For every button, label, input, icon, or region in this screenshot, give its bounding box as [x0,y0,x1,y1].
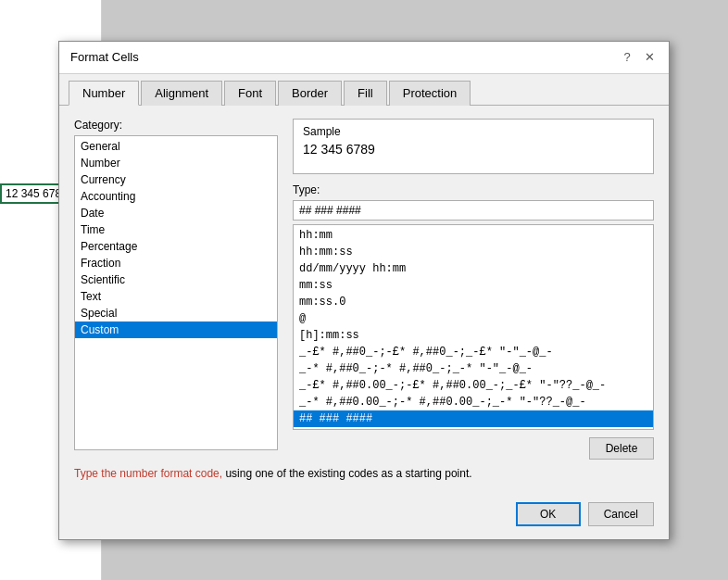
format-list-container: hh:mm hh:mm:ss dd/mm/yyyy hh:mm mm:ss mm… [293,224,654,430]
right-bottom: Delete [293,437,654,460]
tab-fill[interactable]: Fill [344,81,387,106]
format-item-pound-hh0-2[interactable]: _-* #,##0_-;-* #,##0_-;_-* "-"_-@_- [294,360,653,377]
category-list[interactable]: General Number Currency Accounting Date … [75,136,277,449]
tab-bar: Number Alignment Font Border Fill Protec… [59,74,669,106]
category-item-special[interactable]: Special [75,305,277,322]
cancel-button[interactable]: Cancel [588,502,654,526]
dialog-content: Category: General Number Currency Accoun… [59,106,669,493]
category-item-custom[interactable]: Custom [75,322,277,338]
type-label: Type: [293,183,654,196]
right-panel: Sample 12 345 6789 Type: hh:mm hh:mm:ss … [293,119,654,460]
category-item-accounting[interactable]: Accounting [75,188,277,205]
format-item-ddmmyyyyhhmm[interactable]: dd/mm/yyyy hh:mm [294,260,653,277]
tab-alignment[interactable]: Alignment [141,81,222,106]
content-row: Category: General Number Currency Accoun… [74,119,654,460]
ok-button[interactable]: OK [516,502,581,526]
format-item-pound-hh0-3[interactable]: _-£* #,##0.00_-;-£* #,##0.00_-;_-£* "-"?… [294,377,653,394]
left-panel: Category: General Number Currency Accoun… [74,119,278,460]
format-item-hhmm[interactable]: hh:mm [294,227,653,244]
dialog-titlebar: Format Cells ? ✕ [59,42,669,74]
category-item-percentage[interactable]: Percentage [75,238,277,255]
dialog-footer: OK Cancel [59,493,669,539]
hint-text: Type the number format code, using one o… [74,467,654,480]
sample-box: Sample 12 345 6789 [293,119,654,174]
category-item-general[interactable]: General [75,138,277,155]
format-item-pound-hh0-1[interactable]: _-£* #,##0_-;-£* #,##0_-;_-£* "-"_-@_- [294,344,653,360]
sample-value: 12 345 6789 [303,142,644,157]
dialog-title: Format Cells [70,50,139,64]
category-item-date[interactable]: Date [75,205,277,221]
category-label: Category: [74,119,278,132]
format-item-pound-hh0-4[interactable]: _-* #,##0.00_-;-* #,##0.00_-;_-* "-"??_-… [294,394,653,410]
hint-colored: Type the number format code, [74,467,222,480]
format-item-hhmmss[interactable]: hh:mm:ss [294,244,653,260]
sample-label: Sample [303,125,644,138]
category-item-time[interactable]: Time [75,221,277,238]
tab-border[interactable]: Border [278,81,342,106]
category-item-text[interactable]: Text [75,288,277,305]
type-input[interactable] [293,200,654,221]
tab-font[interactable]: Font [224,81,276,106]
format-item-at[interactable]: @ [294,310,653,327]
format-item-mmss[interactable]: mm:ss [294,277,653,294]
tab-number[interactable]: Number [69,81,139,106]
format-item-custom-selected[interactable]: ## ### #### [294,410,653,427]
format-cells-dialog: Format Cells ? ✕ Number Alignment Font B… [58,41,670,540]
close-button[interactable]: ✕ [641,49,658,66]
category-item-scientific[interactable]: Scientific [75,271,277,288]
format-item-mmss0[interactable]: mm:ss.0 [294,294,653,310]
dialog-controls: ? ✕ [619,49,658,66]
type-section: Type: hh:mm hh:mm:ss dd/mm/yyyy hh:mm mm… [293,183,654,460]
category-item-currency[interactable]: Currency [75,171,277,188]
tab-protection[interactable]: Protection [389,81,471,106]
format-list[interactable]: hh:mm hh:mm:ss dd/mm/yyyy hh:mm mm:ss mm… [294,225,653,429]
category-item-fraction[interactable]: Fraction [75,255,277,271]
category-list-container: General Number Currency Accounting Date … [74,135,278,450]
format-item-hmmss[interactable]: [h]:mm:ss [294,327,653,344]
help-button[interactable]: ? [619,49,635,66]
category-item-number[interactable]: Number [75,155,277,171]
delete-button[interactable]: Delete [589,437,654,460]
hint-normal: using one of the existing codes as a sta… [222,467,472,480]
